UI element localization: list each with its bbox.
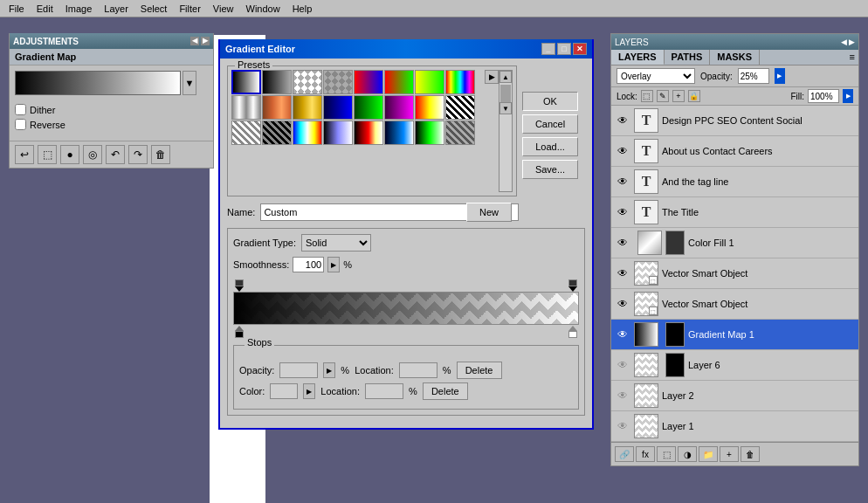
lock-transparent-icon[interactable]: ⬚ bbox=[641, 90, 653, 102]
layer-visibility-toggle[interactable]: 👁 bbox=[615, 174, 630, 189]
menu-help[interactable]: Help bbox=[287, 3, 318, 15]
menu-layer[interactable]: Layer bbox=[99, 3, 134, 15]
tab-paths[interactable]: PATHS bbox=[665, 50, 711, 65]
preset-fire[interactable] bbox=[354, 121, 383, 145]
opacity-stop-right[interactable] bbox=[568, 279, 577, 292]
layer-fx-btn[interactable]: fx bbox=[636, 446, 655, 462]
layer-visibility-toggle[interactable]: 👁 bbox=[615, 296, 630, 312]
layers-expand[interactable]: ▶ bbox=[849, 38, 855, 46]
color-stop-left[interactable] bbox=[235, 326, 244, 338]
layer-visibility-toggle[interactable]: 👁 bbox=[615, 388, 630, 403]
adj-tool-eye[interactable]: ◎ bbox=[83, 145, 102, 164]
ok-button[interactable]: OK bbox=[522, 92, 578, 111]
smoothness-stepper[interactable]: ▶ bbox=[327, 257, 340, 272]
fill-input[interactable] bbox=[808, 89, 839, 103]
layer-row[interactable]: 👁 T The Title bbox=[611, 197, 858, 228]
cancel-button[interactable]: Cancel bbox=[522, 114, 578, 134]
adj-tool-redo[interactable]: ↷ bbox=[128, 145, 148, 164]
layer-row-active[interactable]: 👁 Gradient Map 1 bbox=[611, 320, 858, 350]
layer-link-btn[interactable]: 🔗 bbox=[615, 446, 634, 462]
opacity-input[interactable] bbox=[738, 68, 769, 84]
layer-row[interactable]: 👁 ⬚ Vector Smart Object bbox=[611, 289, 858, 320]
preset-rg[interactable] bbox=[384, 70, 414, 94]
preset-gold[interactable] bbox=[293, 95, 322, 120]
color-stop-right[interactable] bbox=[568, 326, 577, 338]
preset-green[interactable] bbox=[354, 95, 383, 120]
layer-visibility-toggle[interactable]: 👁 bbox=[615, 357, 630, 373]
gradient-preview[interactable] bbox=[15, 71, 181, 95]
layer-visibility-toggle[interactable]: 👁 bbox=[615, 204, 630, 220]
new-button[interactable]: New bbox=[466, 203, 512, 222]
lock-plus-icon[interactable]: + bbox=[672, 90, 685, 102]
layer-row[interactable]: 👁 Layer 1 bbox=[611, 411, 858, 442]
color-swatch[interactable] bbox=[270, 383, 298, 399]
layer-row[interactable]: 👁 T And the tag line bbox=[611, 167, 858, 197]
adj-tool-circle[interactable]: ● bbox=[60, 145, 79, 164]
tab-masks[interactable]: MASKS bbox=[710, 50, 760, 65]
layer-visibility-toggle[interactable]: 👁 bbox=[615, 113, 630, 128]
preset-transparent-bk[interactable] bbox=[262, 70, 292, 94]
preset-magenta[interactable] bbox=[384, 95, 414, 120]
color-delete-btn[interactable]: Delete bbox=[423, 382, 468, 400]
layer-row[interactable]: 👁 ⬚ Vector Smart Object bbox=[611, 258, 858, 289]
fill-arrow-btn[interactable]: ▶ bbox=[843, 89, 853, 103]
gradient-preview-bar[interactable] bbox=[233, 292, 579, 325]
opacity-arrow-btn[interactable]: ▶ bbox=[775, 68, 785, 84]
presets-scroll-thumb[interactable] bbox=[500, 85, 511, 102]
color-stops-stepper[interactable]: ▶ bbox=[303, 383, 315, 399]
preset-checker2[interactable] bbox=[323, 70, 353, 94]
lock-move-icon[interactable]: ✎ bbox=[657, 90, 669, 102]
preset-ocean[interactable] bbox=[384, 121, 414, 145]
dialog-close-btn[interactable]: ✕ bbox=[573, 43, 587, 55]
adj-tool-back[interactable]: ↩ bbox=[15, 145, 34, 164]
preset-copper[interactable] bbox=[262, 95, 292, 120]
opacity-stops-stepper[interactable]: ▶ bbox=[323, 362, 335, 378]
layer-row[interactable]: 👁 T Design PPC SEO Content Social bbox=[611, 106, 858, 136]
layers-panel-menu[interactable]: ≡ bbox=[846, 50, 858, 65]
adj-tool-trash[interactable]: 🗑 bbox=[151, 145, 170, 164]
color-location-input[interactable] bbox=[365, 383, 403, 399]
preset-checker1[interactable] bbox=[293, 70, 322, 94]
preset-rb[interactable] bbox=[354, 70, 383, 94]
preset-spectrum[interactable] bbox=[293, 121, 322, 145]
preset-violet[interactable] bbox=[323, 121, 353, 145]
layer-visibility-toggle[interactable]: 👁 bbox=[615, 235, 630, 251]
presets-scroll-down[interactable]: ▼ bbox=[499, 102, 512, 114]
menu-window[interactable]: Window bbox=[241, 3, 286, 15]
layer-row[interactable]: 👁 Layer 6 bbox=[611, 350, 858, 381]
layer-visibility-toggle[interactable]: 👁 bbox=[615, 418, 630, 434]
layer-row[interactable]: 👁 T About us Contact Careers bbox=[611, 136, 858, 167]
adjustments-close[interactable]: ▶ bbox=[201, 37, 210, 45]
save-button[interactable]: Save... bbox=[522, 160, 578, 179]
adj-tool-select[interactable]: ⬚ bbox=[38, 145, 57, 164]
gradient-type-select[interactable]: Solid Noise bbox=[301, 234, 371, 252]
layer-row[interactable]: 👁 Color Fill 1 bbox=[611, 228, 858, 258]
menu-view[interactable]: View bbox=[208, 3, 239, 15]
preset-chrome[interactable] bbox=[231, 95, 261, 120]
menu-file[interactable]: File bbox=[3, 3, 30, 15]
lock-all-icon[interactable]: 🔒 bbox=[688, 90, 700, 102]
opacity-stops-input[interactable] bbox=[279, 362, 318, 378]
opacity-location-input[interactable] bbox=[399, 362, 437, 378]
layer-mask-btn[interactable]: ⬚ bbox=[657, 446, 676, 462]
layer-visibility-toggle[interactable]: 👁 bbox=[615, 265, 630, 281]
preset-bw[interactable] bbox=[231, 70, 261, 94]
menu-select[interactable]: Select bbox=[135, 3, 173, 15]
dialog-maximize-btn[interactable]: □ bbox=[557, 43, 571, 55]
preset-stripes2[interactable] bbox=[231, 121, 261, 145]
smoothness-input[interactable] bbox=[293, 257, 324, 272]
layer-visibility-toggle[interactable]: 👁 bbox=[615, 143, 630, 159]
preset-stripes1[interactable] bbox=[445, 95, 475, 120]
opacity-stop-left[interactable] bbox=[235, 279, 244, 292]
layer-new-btn[interactable]: + bbox=[720, 446, 739, 462]
preset-rainbow[interactable] bbox=[445, 70, 475, 94]
adjustments-minimize[interactable]: ◀ bbox=[190, 37, 199, 45]
menu-image[interactable]: Image bbox=[60, 3, 98, 15]
preset-stripes3[interactable] bbox=[262, 121, 292, 145]
menu-edit[interactable]: Edit bbox=[31, 3, 59, 15]
preset-hot[interactable] bbox=[415, 95, 444, 120]
opacity-delete-btn[interactable]: Delete bbox=[457, 362, 502, 379]
blend-mode-select[interactable]: Overlay Normal Multiply bbox=[617, 68, 695, 84]
menu-filter[interactable]: Filter bbox=[174, 3, 205, 15]
layer-delete-btn[interactable]: 🗑 bbox=[741, 446, 760, 462]
